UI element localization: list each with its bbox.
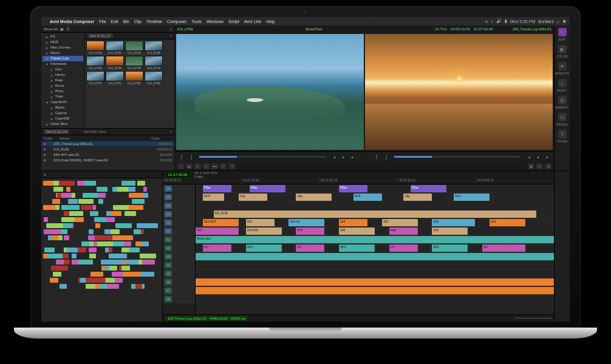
seqmap-clip[interactable]	[94, 241, 97, 246]
tracks-area[interactable]: FilterFilterFilterFilterMOTClipClipAVXCl…	[196, 184, 554, 314]
track-A4[interactable]	[196, 261, 554, 269]
seqmap-clip[interactable]	[126, 260, 138, 265]
menu-clip[interactable]: Clip	[134, 19, 142, 24]
timeline-clip[interactable]	[196, 253, 554, 260]
clip-thumbnail[interactable]: DJI_0720	[106, 41, 124, 55]
seqmap-clip[interactable]	[89, 254, 96, 258]
menu-help[interactable]: Help	[266, 19, 275, 24]
col-color[interactable]: Color	[44, 136, 60, 140]
workspace-single-button[interactable]: ▭SINGLE	[557, 113, 568, 126]
col-name[interactable]: Name	[60, 136, 151, 140]
seqmap-clip[interactable]	[128, 187, 135, 192]
menu-composer[interactable]: Composer	[167, 19, 186, 24]
seqmap-clip[interactable]	[61, 193, 72, 198]
bin-row[interactable]: ■103 Final DNX36_190817.new.023/13/19	[41, 158, 174, 163]
seqmap-clip[interactable]	[75, 217, 84, 222]
rec-mark-in-icon[interactable]: ⎡	[374, 154, 380, 160]
timeline-clip[interactable]: 103	[246, 219, 275, 226]
clip-thumbnail[interactable]: DJI_0728	[145, 41, 163, 55]
track-selector-V5[interactable]: V5	[163, 193, 195, 201]
seqmap-clip[interactable]	[44, 217, 49, 222]
seqmap-clip[interactable]	[107, 284, 119, 289]
seqmap-clip[interactable]	[142, 260, 155, 265]
timeline-tc-current[interactable]: 01:27:06:08	[165, 172, 191, 178]
track-selector-A2[interactable]: A2	[163, 244, 195, 252]
timeline-clip[interactable]: SFX	[432, 244, 468, 252]
workspace-color-button[interactable]: ◐COLOR	[557, 45, 568, 58]
seqmap-clip[interactable]	[125, 211, 136, 216]
seqmap-clip[interactable]	[81, 205, 92, 210]
seqmap-clip[interactable]	[53, 181, 59, 186]
folder-item[interactable]: Rosa	[43, 83, 83, 89]
seqmap-clip[interactable]	[121, 266, 130, 271]
seqmap-clip[interactable]	[141, 241, 149, 246]
seqmap-clip[interactable]	[129, 205, 143, 210]
folder-item[interactable]: Kate	[43, 78, 83, 83]
seqmap-clip[interactable]	[143, 223, 158, 228]
clip-thumbnail[interactable]: DJI_0732	[86, 56, 104, 70]
seqmap-clip[interactable]	[140, 254, 155, 258]
seqmap-clip[interactable]	[109, 254, 127, 258]
folder-item[interactable]: Berlin	[43, 105, 83, 110]
battery-icon[interactable]: ▮	[505, 19, 507, 24]
seqmap-clip[interactable]	[64, 235, 69, 240]
seqmap-clip[interactable]	[90, 211, 98, 216]
trim-icon[interactable]: ⟷	[211, 163, 218, 169]
sequence-map-body[interactable]	[41, 178, 162, 322]
track-selector-A7[interactable]: A7	[163, 286, 195, 295]
timeline-clip[interactable]: Clip	[239, 194, 267, 201]
clip-thumbnail[interactable]: DJI_0759	[145, 71, 163, 85]
track-selector-V1[interactable]: V1	[163, 227, 195, 235]
rec-position-bar[interactable]	[394, 156, 521, 158]
timeline-clip[interactable]: 103	[432, 219, 475, 226]
bin-row[interactable]: ■105_Travel Log 025s.014/3/19 1	[41, 141, 174, 147]
timeline-clip[interactable]: 103-AVX	[203, 219, 239, 226]
timeline-clip[interactable]: VO	[296, 244, 324, 252]
clock[interactable]: Mon 9:35 PM	[510, 19, 536, 24]
rec-mark-out-icon[interactable]: ⎦	[383, 154, 389, 160]
seqmap-clip[interactable]	[78, 199, 94, 204]
seqmap-clip[interactable]	[98, 217, 106, 222]
seqmap-clip[interactable]	[53, 272, 61, 277]
seqmap-clip[interactable]	[60, 284, 66, 289]
seqmap-clip[interactable]	[118, 235, 132, 240]
track-V4[interactable]	[196, 201, 554, 210]
seqmap-clip[interactable]	[137, 181, 145, 186]
folder-item[interactable]: Henry	[43, 72, 83, 78]
timeline-clip[interactable]: 103	[339, 228, 375, 235]
timeline-clip[interactable]: Filter	[203, 185, 231, 192]
seqmap-clip[interactable]	[68, 205, 80, 210]
seqmap-clip[interactable]	[64, 260, 70, 265]
volume-icon[interactable]: 🔊	[496, 19, 502, 24]
show-all-label[interactable]: Show All	[44, 27, 58, 31]
clip-thumbnail[interactable]: DJI_0755	[125, 71, 143, 85]
clip-thumbnail[interactable]: DJI_0751	[106, 71, 124, 85]
extract-icon[interactable]: ✂	[203, 163, 210, 169]
seqmap-clip[interactable]	[47, 223, 63, 228]
seqmap-clip[interactable]	[78, 260, 93, 265]
track-selector-V2[interactable]: V2	[163, 218, 195, 227]
menu-tools[interactable]: Tools	[191, 19, 201, 24]
siri-icon[interactable]: ◉	[562, 19, 566, 24]
seqmap-clip[interactable]	[87, 278, 105, 283]
workspace-name[interactable]: WorldTrek	[306, 27, 322, 31]
timeline-clip[interactable]: VO	[203, 244, 231, 252]
seqmap-clip[interactable]	[106, 217, 115, 222]
play-icon[interactable]: ▸	[340, 154, 346, 160]
seqmap-clip[interactable]	[135, 284, 142, 289]
seqmap-clip[interactable]	[135, 241, 142, 246]
track-A5[interactable]	[196, 269, 554, 278]
seqmap-clip[interactable]	[66, 187, 70, 192]
timeline-clip[interactable]: SFX	[339, 244, 375, 252]
folder-item[interactable]: Music	[43, 50, 83, 56]
folder-item[interactable]: OpenEXR	[43, 99, 83, 105]
mark-in-icon[interactable]: ⎡	[179, 154, 185, 160]
clip-thumbnail[interactable]: DJI_0736	[106, 56, 124, 70]
seqmap-clip[interactable]	[52, 199, 60, 204]
timeline-clip[interactable]: new	[389, 228, 418, 235]
seqmap-clip[interactable]	[57, 181, 75, 186]
menu-file[interactable]: File	[99, 19, 106, 24]
timeline-clip[interactable]: AVX	[454, 194, 490, 201]
user-name[interactable]: BurBar3	[538, 19, 554, 24]
folder-item[interactable]: OpenDB	[43, 116, 83, 121]
